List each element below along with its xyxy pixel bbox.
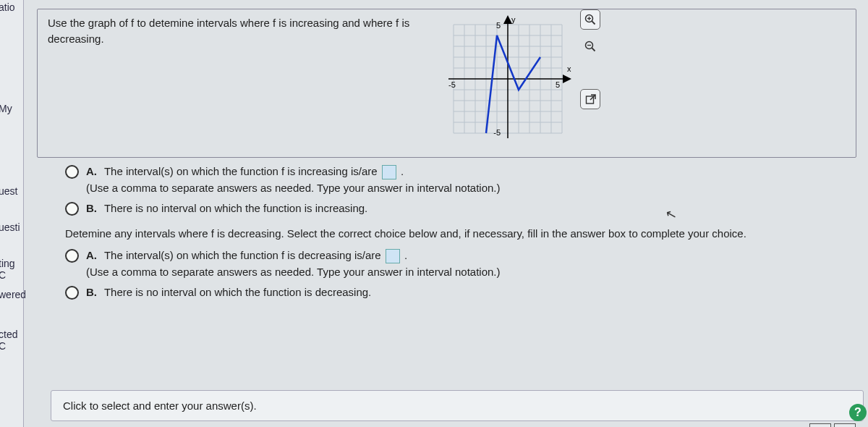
zoom-out-button[interactable]	[581, 37, 600, 56]
sidebar-label: uesti	[0, 221, 20, 233]
radio-q1-a[interactable]	[65, 165, 79, 179]
next-button[interactable]: ▶	[834, 423, 856, 427]
q2-instruction: Detemine any intervals where f is decrea…	[65, 226, 868, 242]
svg-line-23	[592, 21, 595, 24]
option-text: A. The interval(s) on which the function…	[86, 164, 501, 196]
answer-input-q2[interactable]	[386, 249, 400, 263]
graph-tools	[580, 9, 600, 109]
option-line-1b: .	[404, 249, 407, 261]
q1-option-b: B. There is no interval on which the fun…	[65, 200, 868, 217]
left-sidebar: atio My uest uesti ting C wered cted C	[0, 0, 24, 427]
zoom-in-icon	[584, 14, 596, 25]
prev-button[interactable]: ◀	[809, 423, 831, 427]
q1-option-a: A. The interval(s) on which the function…	[65, 164, 868, 196]
question-panel: Use the graph of f to detemine intervals…	[25, 9, 868, 427]
option-text: A. The interval(s) on which the function…	[86, 248, 501, 280]
tick-label: -5	[448, 80, 456, 89]
nav-buttons: ◀ ▶	[809, 423, 856, 427]
sidebar-label: ting C	[0, 258, 23, 281]
help-button[interactable]: ?	[849, 404, 867, 421]
tick-label: 5	[496, 21, 501, 30]
axis-y-label: y	[511, 15, 516, 24]
option-line-1: The interval(s) on which the function f …	[104, 249, 384, 261]
option-line: There is no interval on which the functi…	[104, 286, 371, 298]
option-line-1: The interval(s) on which the function f …	[104, 165, 380, 177]
sidebar-label: cted C	[0, 329, 23, 352]
answer-bar-text: Click to select and enter your answer(s)…	[63, 399, 257, 412]
question-header-box: Use the graph of f to detemine intervals…	[37, 9, 856, 158]
answer-input-q1[interactable]	[382, 165, 396, 179]
option-text: B. There is no interval on which the fun…	[86, 284, 371, 301]
option-line: There is no interval on which the functi…	[104, 202, 367, 214]
option-letter: B.	[86, 202, 97, 214]
q2-option-b: B. There is no interval on which the fun…	[65, 284, 868, 301]
sidebar-label: wered	[0, 289, 26, 300]
question-prompt: Use the graph of f to detemine intervals…	[48, 15, 424, 47]
tick-label: -5	[493, 128, 501, 137]
radio-q2-b[interactable]	[65, 286, 79, 300]
option-letter: A.	[86, 249, 97, 261]
open-graph-button[interactable]	[580, 89, 600, 109]
sidebar-label: uest	[0, 185, 17, 197]
zoom-in-button[interactable]	[580, 9, 600, 30]
option-hint: (Use a comma to separate answers as need…	[86, 266, 501, 278]
option-hint: (Use a comma to separate answers as need…	[86, 182, 501, 194]
graph-figure: x y -5 5 5 -5	[443, 14, 573, 144]
q2-option-a: A. The interval(s) on which the function…	[65, 248, 868, 280]
option-text: B. There is no interval on which the fun…	[86, 200, 367, 217]
radio-q2-a[interactable]	[65, 249, 79, 263]
option-letter: B.	[86, 286, 97, 298]
sidebar-label: My	[0, 103, 12, 114]
answer-bar[interactable]: Click to select and enter your answer(s)…	[51, 390, 864, 421]
zoom-out-icon	[584, 41, 596, 52]
axis-x-label: x	[567, 64, 571, 73]
svg-line-27	[592, 48, 595, 51]
option-letter: A.	[86, 165, 97, 177]
radio-q1-b[interactable]	[65, 202, 79, 216]
popout-icon	[585, 94, 596, 105]
option-line-1b: .	[401, 165, 404, 177]
tick-label: 5	[556, 80, 560, 89]
sidebar-label: atio	[0, 1, 15, 13]
